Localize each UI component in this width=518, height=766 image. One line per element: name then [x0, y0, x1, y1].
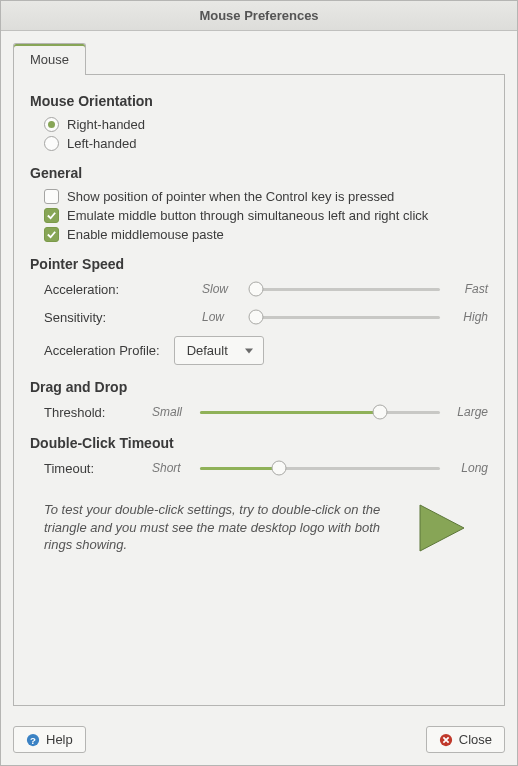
svg-marker-0: [420, 505, 464, 551]
threshold-slider[interactable]: [200, 403, 440, 421]
threshold-max: Large: [448, 405, 488, 419]
double-click-test-triangle[interactable]: [414, 501, 468, 555]
acceleration-min: Slow: [202, 282, 242, 296]
window-title: Mouse Preferences: [199, 8, 318, 23]
checkbox-show-pointer-label: Show position of pointer when the Contro…: [67, 189, 394, 204]
accel-profile-label: Acceleration Profile:: [44, 343, 160, 358]
accel-profile-value: Default: [187, 343, 228, 358]
tab-mouse[interactable]: Mouse: [13, 43, 86, 75]
titlebar: Mouse Preferences: [1, 1, 517, 31]
timeout-min: Short: [152, 461, 192, 475]
sensitivity-max: High: [448, 310, 488, 324]
help-button[interactable]: ? Help: [13, 726, 86, 753]
content-area: Mouse Mouse Orientation Right-handed Lef…: [1, 31, 517, 718]
checkbox-show-pointer[interactable]: [44, 189, 59, 204]
checkbox-enable-paste[interactable]: [44, 227, 59, 242]
timeout-slider[interactable]: [200, 459, 440, 477]
radio-right-handed[interactable]: [44, 117, 59, 132]
section-drag-and-drop: Drag and Drop: [30, 379, 488, 395]
section-general: General: [30, 165, 488, 181]
close-button[interactable]: Close: [426, 726, 505, 753]
acceleration-label: Acceleration:: [44, 282, 194, 297]
mouse-preferences-window: Mouse Preferences Mouse Mouse Orientatio…: [0, 0, 518, 766]
help-label: Help: [46, 732, 73, 747]
radio-left-handed[interactable]: [44, 136, 59, 151]
accel-profile-select[interactable]: Default: [174, 336, 264, 365]
section-pointer-speed: Pointer Speed: [30, 256, 488, 272]
radio-left-handed-label: Left-handed: [67, 136, 136, 151]
close-icon: [439, 733, 453, 747]
timeout-label: Timeout:: [44, 461, 144, 476]
section-double-click: Double-Click Timeout: [30, 435, 488, 451]
checkbox-emulate-middle[interactable]: [44, 208, 59, 223]
threshold-label: Threshold:: [44, 405, 144, 420]
help-icon: ?: [26, 733, 40, 747]
checkbox-enable-paste-label: Enable middlemouse paste: [67, 227, 224, 242]
timeout-max: Long: [448, 461, 488, 475]
acceleration-slider[interactable]: [250, 280, 440, 298]
tab-label: Mouse: [30, 52, 69, 67]
checkbox-emulate-middle-label: Emulate middle button through simultaneo…: [67, 208, 428, 223]
radio-right-handed-label: Right-handed: [67, 117, 145, 132]
tab-panel: Mouse Orientation Right-handed Left-hand…: [13, 74, 505, 706]
footer: ? Help Close: [1, 718, 517, 765]
sensitivity-min: Low: [202, 310, 242, 324]
svg-text:?: ?: [30, 734, 36, 745]
sensitivity-slider[interactable]: [250, 308, 440, 326]
threshold-min: Small: [152, 405, 192, 419]
tabbar: Mouse: [13, 43, 505, 75]
acceleration-max: Fast: [448, 282, 488, 296]
section-mouse-orientation: Mouse Orientation: [30, 93, 488, 109]
sensitivity-label: Sensitivity:: [44, 310, 194, 325]
double-click-hint: To test your double-click settings, try …: [44, 501, 394, 554]
close-label: Close: [459, 732, 492, 747]
